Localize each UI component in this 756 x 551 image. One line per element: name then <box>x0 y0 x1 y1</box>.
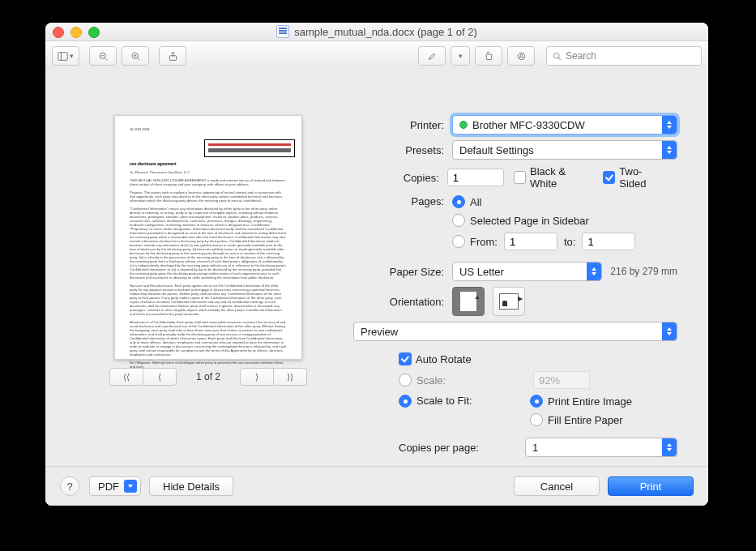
presets-select[interactable]: Default Settings <box>452 140 677 160</box>
select-arrows-icon <box>587 263 601 280</box>
minimize-window-button[interactable] <box>70 27 82 38</box>
search-placeholder: Search <box>566 50 596 62</box>
select-arrows-icon <box>662 141 677 159</box>
rotate-icon <box>484 51 494 62</box>
pages-from-input[interactable] <box>504 233 557 250</box>
svg-line-6 <box>137 58 139 60</box>
zoom-out-icon <box>98 51 109 62</box>
share-button[interactable] <box>159 46 186 66</box>
svg-line-3 <box>105 58 107 60</box>
two-sided-checkbox[interactable] <box>603 171 615 184</box>
zoom-out-button[interactable] <box>89 46 117 66</box>
black-white-label: Black & White <box>530 165 592 190</box>
svg-rect-0 <box>58 52 67 60</box>
printer-select[interactable]: Brother MFC-9330CDW <box>452 115 677 135</box>
document-icon <box>276 25 289 38</box>
chevron-down-icon <box>124 480 137 493</box>
titlebar: sample_mutual_nda.docx (page 1 of 2) <box>45 23 708 41</box>
paper-size-value: US Letter <box>459 266 504 278</box>
pages-selected-label: Selected Page in Sidebar <box>470 215 589 227</box>
search-icon <box>552 51 562 62</box>
pdf-menu-button[interactable]: PDF <box>89 476 141 496</box>
pages-to-label: to: <box>564 236 575 248</box>
zoom-window-button[interactable] <box>88 27 100 38</box>
pages-from-label: From: <box>470 236 498 248</box>
print-entire-image-radio[interactable] <box>530 395 543 408</box>
presets-value: Default Settings <box>459 144 534 156</box>
scale-label: Scale: <box>416 374 488 387</box>
cancel-button[interactable]: Cancel <box>514 476 600 496</box>
close-window-button[interactable] <box>53 27 64 38</box>
search-field[interactable]: Search <box>546 46 702 66</box>
pages-to-input[interactable] <box>582 233 635 250</box>
zoom-in-button[interactable] <box>122 46 149 66</box>
pages-range-radio[interactable] <box>452 235 465 248</box>
black-white-checkbox[interactable] <box>514 171 526 184</box>
pdf-label: PDF <box>98 481 119 493</box>
first-page-button[interactable]: ⟨⟨ <box>109 368 143 386</box>
auto-rotate-label: Auto Rotate <box>416 353 472 365</box>
share-icon <box>168 51 178 62</box>
printer-value: Brother MFC-9330CDW <box>472 119 585 131</box>
dialog-body: 18 JUN 2018 non-disclosure agreement To,… <box>45 70 708 506</box>
help-button[interactable]: ? <box>60 476 79 496</box>
rotate-button[interactable] <box>475 46 502 66</box>
bottom-bar: ? PDF Hide Details Cancel Print <box>45 466 708 506</box>
window-title: sample_mutual_nda.docx (page 1 of 2) <box>276 25 476 38</box>
app-panel-value: Preview <box>361 326 398 338</box>
portrait-icon: ▲ <box>460 292 476 311</box>
copies-per-page-label: Copies per page: <box>399 442 525 454</box>
highlight-button[interactable] <box>418 46 446 66</box>
select-arrows-icon <box>662 438 677 456</box>
print-dialog-window: sample_mutual_nda.docx (page 1 of 2) ▾ <box>45 23 708 506</box>
auto-rotate-checkbox[interactable] <box>399 352 412 365</box>
highlighter-icon <box>427 51 438 62</box>
markup-icon <box>516 51 527 62</box>
select-arrows-icon <box>662 322 677 340</box>
scale-to-fit-label: Scale to Fit: <box>416 395 530 407</box>
copies-input[interactable] <box>447 169 504 186</box>
print-entire-image-label: Print Entire Image <box>548 395 632 408</box>
copies-per-page-value: 1 <box>532 442 538 454</box>
scale-input <box>533 371 590 389</box>
markup-button[interactable] <box>507 46 535 66</box>
paper-dimensions: 216 by 279 mm <box>610 266 677 277</box>
print-button[interactable]: Print <box>608 476 694 496</box>
prev-page-button[interactable]: ⟨ <box>143 368 177 386</box>
page-navigator: ⟨⟨ ⟨ 1 of 2 ⟩ ⟩⟩ <box>83 368 334 386</box>
landscape-icon: ▶ <box>499 293 519 310</box>
sidebar-icon <box>58 51 68 62</box>
window-title-text: sample_mutual_nda.docx (page 1 of 2) <box>294 26 476 38</box>
page-preview: 18 JUN 2018 non-disclosure agreement To,… <box>114 115 302 360</box>
select-arrows-icon <box>662 116 677 134</box>
fill-entire-paper-radio[interactable] <box>530 413 543 426</box>
orientation-portrait-button[interactable]: ▲ <box>452 287 485 316</box>
page-logo <box>204 139 295 157</box>
fill-entire-paper-label: Fill Entire Paper <box>548 414 622 426</box>
pages-all-radio[interactable] <box>452 195 465 208</box>
pages-label: Pages: <box>353 195 452 207</box>
printer-status-icon <box>459 121 468 129</box>
scale-to-fit-radio[interactable] <box>399 395 412 408</box>
sidebar-toggle-button[interactable]: ▾ <box>52 46 79 66</box>
paper-size-label: Paper Size: <box>353 266 452 278</box>
page-indicator: 1 of 2 <box>196 371 220 382</box>
last-page-button[interactable]: ⟩⟩ <box>274 368 307 386</box>
highlight-menu-button[interactable]: ▾ <box>451 46 470 66</box>
copies-label: Copies: <box>353 172 447 184</box>
next-page-button[interactable]: ⟩ <box>240 368 274 386</box>
toolbar: ▾ ▾ <box>45 41 708 71</box>
hide-details-button[interactable]: Hide Details <box>149 476 233 496</box>
two-sided-label: Two-Sided <box>619 165 666 190</box>
paper-size-select[interactable]: US Letter <box>452 262 602 281</box>
svg-point-13 <box>553 53 559 58</box>
scale-radio[interactable] <box>399 374 412 387</box>
orientation-landscape-button[interactable]: ▶ <box>493 287 525 316</box>
app-panel-select[interactable]: Preview <box>353 322 677 341</box>
pages-selected-radio[interactable] <box>452 214 465 227</box>
presets-label: Presets: <box>353 144 452 156</box>
preview-panel: 18 JUN 2018 non-disclosure agreement To,… <box>83 115 334 386</box>
copies-per-page-select[interactable]: 1 <box>525 438 677 457</box>
window-controls <box>53 27 100 38</box>
zoom-in-icon <box>130 51 141 62</box>
